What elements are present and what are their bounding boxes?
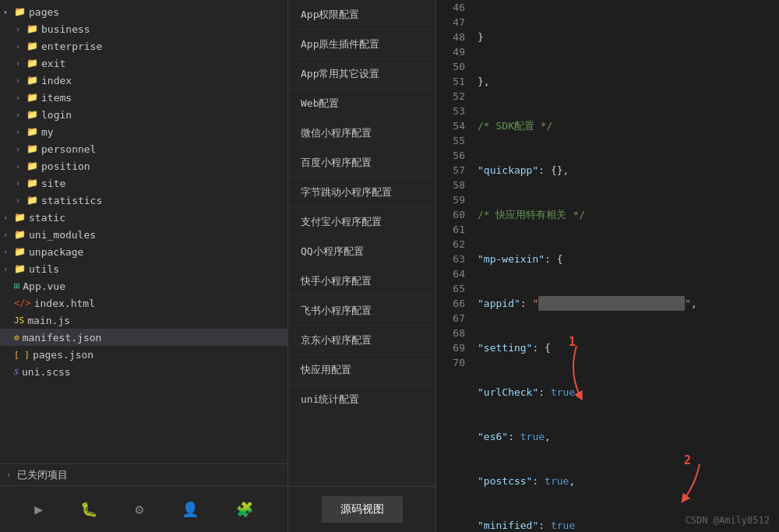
menu-label: Web配置 xyxy=(301,97,339,111)
tree-item-main-js[interactable]: › JS main.js xyxy=(0,312,287,329)
menu-item-feishu[interactable]: 飞书小程序配置 xyxy=(288,296,435,326)
code-line-51: "mp-weixin": { xyxy=(478,252,779,266)
tree-item-pages-json[interactable]: › [ ] pages.json xyxy=(0,346,287,363)
vue-file-icon: ⊞ xyxy=(14,280,19,291)
tree-item-index-html[interactable]: › </> index.html xyxy=(0,294,287,312)
menu-item-app-permission[interactable]: App权限配置 xyxy=(288,0,435,30)
tree-label: main.js xyxy=(27,315,70,326)
tree-label: personnel xyxy=(41,143,96,155)
css-file-icon: 𝑆 xyxy=(14,367,19,377)
folder-icon: 📁 xyxy=(26,178,38,188)
tree-label: index xyxy=(41,75,72,86)
js-file-icon: JS xyxy=(14,315,24,326)
menu-item-app-native-plugin[interactable]: App原生插件配置 xyxy=(288,30,435,59)
tree-item-exit[interactable]: › 📁 exit xyxy=(0,55,287,72)
menu-label: 微信小程序配置 xyxy=(301,126,372,140)
tree-item-login[interactable]: › 📁 login xyxy=(0,106,287,123)
tree-item-utils[interactable]: › 📁 utils xyxy=(0,260,287,277)
code-line-50: /* 快应用特有相关 */ xyxy=(478,207,779,222)
tree-label: pages xyxy=(29,6,59,18)
chevron-down-icon: ▾ xyxy=(3,8,12,16)
tree-item-enterprise[interactable]: › 📁 enterprise xyxy=(0,37,287,55)
tree-item-position[interactable]: › 📁 position xyxy=(0,157,287,174)
menu-item-bytedance[interactable]: 字节跳动小程序配置 xyxy=(288,178,435,207)
tree-item-uni-modules[interactable]: › 📁 uni_modules xyxy=(0,226,287,243)
folder-icon: 📁 xyxy=(26,160,38,171)
line-num: 58 xyxy=(436,178,465,192)
folder-icon: 📁 xyxy=(26,75,38,86)
folder-icon: 📁 xyxy=(26,23,38,34)
line-num: 55 xyxy=(436,133,465,148)
run-icon[interactable]: ▶ xyxy=(34,501,43,517)
tree-label: site xyxy=(41,178,65,189)
folder-icon: 📁 xyxy=(26,58,38,69)
line-num: 66 ▾ xyxy=(436,296,465,311)
chevron-right-icon: › xyxy=(16,25,25,33)
menu-label: 京东小程序配置 xyxy=(301,333,372,347)
folder-icon: 📁 xyxy=(26,92,38,103)
extension-icon[interactable]: 🧩 xyxy=(236,501,253,517)
json-file-icon: ⚙ xyxy=(14,333,19,343)
chevron-right-icon: › xyxy=(16,179,25,188)
tree-item-statistics[interactable]: › 📁 statistics xyxy=(0,192,287,209)
debug-icon[interactable]: 🐛 xyxy=(80,501,97,517)
code-lines: } }, /* SDK配置 */ "quickapp": {}, /* 快应用特… xyxy=(471,0,779,532)
tree-item-items[interactable]: › 📁 items xyxy=(0,89,287,106)
menu-label: 飞书小程序配置 xyxy=(301,304,372,318)
tree-item-my[interactable]: › 📁 my xyxy=(0,123,287,140)
line-num: 56 xyxy=(436,148,465,163)
tree-item-uni-scss[interactable]: › 𝑆 uni.scss xyxy=(0,363,287,380)
folder-icon: 📁 xyxy=(26,126,38,137)
tree-item-pages[interactable]: ▾ 📁 pages xyxy=(0,3,287,20)
folder-icon: 📁 xyxy=(14,212,26,223)
annotation-1: 1 xyxy=(569,335,576,349)
profile-icon[interactable]: 👤 xyxy=(182,501,199,517)
settings-icon[interactable]: ⚙ xyxy=(135,501,143,517)
tree-item-personnel[interactable]: › 📁 personnel xyxy=(0,140,287,157)
code-line-46: } xyxy=(478,30,779,44)
tree-item-unpackage[interactable]: › 📁 unpackage xyxy=(0,243,287,260)
tree-item-business[interactable]: › 📁 business xyxy=(0,20,287,37)
source-view-button[interactable]: 源码视图 xyxy=(322,496,403,523)
chevron-right-icon: › xyxy=(3,231,12,239)
code-line-56: "postcss": true, xyxy=(478,474,779,488)
closed-projects[interactable]: › 已关闭项目 xyxy=(0,463,287,485)
tree-label: index.html xyxy=(34,298,95,309)
menu-label: uni统计配置 xyxy=(301,393,359,407)
menu-item-alipay[interactable]: 支付宝小程序配置 xyxy=(288,207,435,237)
menu-item-app-other[interactable]: App常用其它设置 xyxy=(288,59,435,89)
tree-item-index[interactable]: › 📁 index xyxy=(0,72,287,89)
tree-label: App.vue xyxy=(23,280,65,292)
menu-item-baidu[interactable]: 百度小程序配置 xyxy=(288,148,435,178)
line-num: 68 xyxy=(436,326,465,340)
tree-label: login xyxy=(41,109,72,121)
tree-label: unpackage xyxy=(29,246,83,258)
menu-item-jingdong[interactable]: 京东小程序配置 xyxy=(288,326,435,355)
menu-item-kuaishou[interactable]: 快手小程序配置 xyxy=(288,266,435,296)
folder-icon: 📁 xyxy=(26,41,38,51)
menu-label: App原生插件配置 xyxy=(301,37,379,51)
menu-item-weixin[interactable]: 微信小程序配置 xyxy=(288,118,435,148)
code-line-53: "setting": { xyxy=(478,340,779,355)
menu-item-web[interactable]: Web配置 xyxy=(288,89,435,118)
tree-item-site[interactable]: › 📁 site xyxy=(0,174,287,192)
file-explorer: ▾ 📁 pages › 📁 business › 📁 enterprise › … xyxy=(0,0,288,532)
code-line-47: }, xyxy=(478,74,779,89)
menu-item-qq[interactable]: QQ小程序配置 xyxy=(288,237,435,266)
annotation-2: 2 xyxy=(684,453,691,467)
html-file-icon: </> xyxy=(14,298,31,308)
tree-label: position xyxy=(41,160,90,172)
tree-item-static[interactable]: › 📁 static xyxy=(0,209,287,226)
line-num: 69 xyxy=(436,340,465,355)
tree-item-app-vue[interactable]: › ⊞ App.vue xyxy=(0,277,287,294)
code-line-52: "appid": "████████████████████████", xyxy=(478,296,779,311)
tree-item-manifest-json[interactable]: › ⚙ manifest.json xyxy=(0,329,287,346)
tree-label: pages.json xyxy=(33,349,93,361)
menu-item-uni-stats[interactable]: uni统计配置 xyxy=(288,385,435,414)
tree-label: exit xyxy=(41,58,65,69)
code-line-55: "es6": true, xyxy=(478,429,779,444)
line-num: 54 xyxy=(436,118,465,133)
line-num: 48 xyxy=(436,30,465,44)
tree-label: utils xyxy=(29,263,59,275)
menu-item-quickapp[interactable]: 快应用配置 xyxy=(288,355,435,385)
